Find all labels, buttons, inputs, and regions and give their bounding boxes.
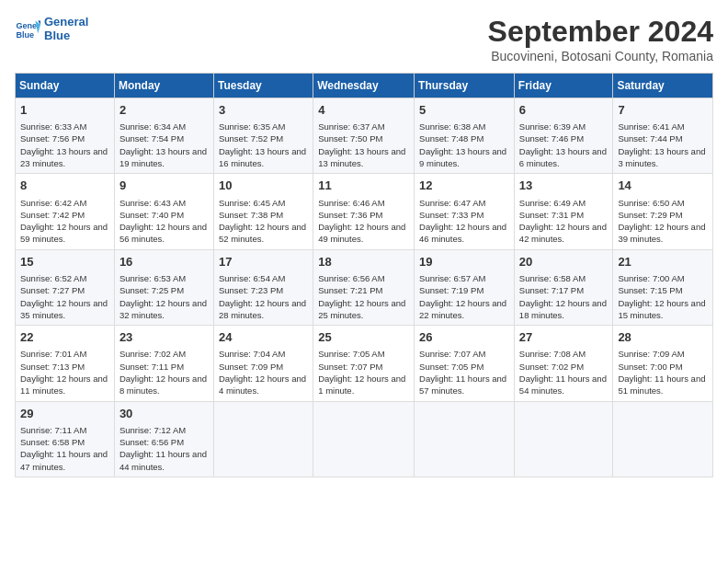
day-number: 28 [618, 329, 708, 346]
calendar-cell [415, 401, 515, 477]
day-number: 29 [20, 406, 109, 422]
calendar-header-row: SundayMondayTuesdayWednesdayThursdayFrid… [16, 74, 713, 98]
calendar-body: 1Sunrise: 6:33 AMSunset: 7:56 PMDaylight… [16, 98, 713, 477]
month-title: September 2024 [488, 15, 713, 49]
calendar-cell: 9Sunrise: 6:43 AMSunset: 7:40 PMDaylight… [114, 174, 213, 249]
day-number: 13 [519, 178, 609, 194]
calendar-cell: 13Sunrise: 6:49 AMSunset: 7:31 PMDayligh… [514, 174, 613, 249]
calendar-cell: 2Sunrise: 6:34 AMSunset: 7:54 PMDaylight… [114, 98, 213, 174]
calendar-cell [213, 401, 313, 477]
calendar-cell: 27Sunrise: 7:08 AMSunset: 7:02 PMDayligh… [514, 326, 613, 401]
calendar-table: SundayMondayTuesdayWednesdayThursdayFrid… [15, 73, 713, 477]
calendar-cell: 20Sunrise: 6:58 AMSunset: 7:17 PMDayligh… [514, 249, 613, 325]
day-info: Sunrise: 6:41 AMSunset: 7:44 PMDaylight:… [618, 121, 708, 169]
day-info: Sunrise: 7:04 AMSunset: 7:09 PMDaylight:… [219, 348, 308, 396]
day-number: 1 [20, 102, 109, 119]
col-header-friday: Friday [514, 74, 613, 98]
calendar-cell: 30Sunrise: 7:12 AMSunset: 6:56 PMDayligh… [114, 401, 213, 477]
calendar-week-1: 1Sunrise: 6:33 AMSunset: 7:56 PMDaylight… [16, 98, 713, 174]
day-info: Sunrise: 6:43 AMSunset: 7:40 PMDaylight:… [119, 197, 209, 246]
col-header-thursday: Thursday [415, 74, 515, 98]
calendar-cell [313, 401, 415, 477]
day-info: Sunrise: 6:47 AMSunset: 7:33 PMDaylight:… [419, 197, 509, 246]
day-info: Sunrise: 6:38 AMSunset: 7:48 PMDaylight:… [419, 121, 509, 169]
day-info: Sunrise: 6:49 AMSunset: 7:31 PMDaylight:… [519, 197, 609, 246]
logo-icon: General Blue [15, 16, 40, 41]
day-info: Sunrise: 6:56 AMSunset: 7:21 PMDaylight:… [318, 272, 409, 321]
day-info: Sunrise: 6:46 AMSunset: 7:36 PMDaylight:… [318, 197, 409, 246]
day-number: 27 [519, 329, 609, 346]
calendar-cell: 18Sunrise: 6:56 AMSunset: 7:21 PMDayligh… [313, 249, 415, 325]
calendar-cell: 21Sunrise: 7:00 AMSunset: 7:15 PMDayligh… [613, 249, 713, 325]
col-header-sunday: Sunday [16, 74, 115, 98]
day-number: 7 [618, 102, 708, 119]
day-info: Sunrise: 7:12 AMSunset: 6:56 PMDaylight:… [119, 424, 209, 473]
calendar-cell: 25Sunrise: 7:05 AMSunset: 7:07 PMDayligh… [313, 326, 415, 401]
col-header-wednesday: Wednesday [313, 74, 415, 98]
calendar-cell: 22Sunrise: 7:01 AMSunset: 7:13 PMDayligh… [16, 326, 115, 401]
day-info: Sunrise: 7:08 AMSunset: 7:02 PMDaylight:… [519, 348, 609, 396]
day-number: 15 [20, 254, 109, 270]
day-info: Sunrise: 6:58 AMSunset: 7:17 PMDaylight:… [519, 272, 609, 321]
day-info: Sunrise: 7:00 AMSunset: 7:15 PMDaylight:… [618, 272, 708, 321]
day-info: Sunrise: 6:45 AMSunset: 7:38 PMDaylight:… [219, 197, 308, 246]
day-number: 11 [318, 178, 409, 194]
day-number: 9 [119, 178, 209, 194]
day-number: 22 [20, 329, 109, 346]
day-number: 21 [618, 254, 708, 270]
day-number: 26 [419, 329, 509, 346]
day-number: 4 [318, 102, 409, 119]
day-number: 3 [219, 102, 308, 119]
logo: General Blue GeneralBlue [15, 15, 88, 42]
calendar-cell: 11Sunrise: 6:46 AMSunset: 7:36 PMDayligh… [313, 174, 415, 249]
title-block: September 2024 Bucovineni, Botosani Coun… [488, 15, 713, 63]
calendar-cell: 10Sunrise: 6:45 AMSunset: 7:38 PMDayligh… [213, 174, 313, 249]
calendar-cell: 16Sunrise: 6:53 AMSunset: 7:25 PMDayligh… [114, 249, 213, 325]
day-number: 24 [219, 329, 308, 346]
calendar-cell: 28Sunrise: 7:09 AMSunset: 7:00 PMDayligh… [613, 326, 713, 401]
calendar-cell: 29Sunrise: 7:11 AMSunset: 6:58 PMDayligh… [16, 401, 115, 477]
day-info: Sunrise: 7:02 AMSunset: 7:11 PMDaylight:… [119, 348, 209, 396]
day-info: Sunrise: 6:35 AMSunset: 7:52 PMDaylight:… [219, 121, 308, 169]
calendar-cell: 23Sunrise: 7:02 AMSunset: 7:11 PMDayligh… [114, 326, 213, 401]
col-header-monday: Monday [114, 74, 213, 98]
day-info: Sunrise: 7:07 AMSunset: 7:05 PMDaylight:… [419, 348, 509, 396]
day-info: Sunrise: 6:52 AMSunset: 7:27 PMDaylight:… [20, 272, 109, 321]
calendar-cell: 12Sunrise: 6:47 AMSunset: 7:33 PMDayligh… [415, 174, 515, 249]
day-info: Sunrise: 6:42 AMSunset: 7:42 PMDaylight:… [20, 197, 109, 246]
calendar-cell: 15Sunrise: 6:52 AMSunset: 7:27 PMDayligh… [16, 249, 115, 325]
day-number: 5 [419, 102, 509, 119]
day-info: Sunrise: 7:09 AMSunset: 7:00 PMDaylight:… [618, 348, 708, 396]
calendar-cell: 3Sunrise: 6:35 AMSunset: 7:52 PMDaylight… [213, 98, 313, 174]
calendar-cell: 4Sunrise: 6:37 AMSunset: 7:50 PMDaylight… [313, 98, 415, 174]
svg-text:Blue: Blue [16, 30, 34, 40]
calendar-week-4: 22Sunrise: 7:01 AMSunset: 7:13 PMDayligh… [16, 326, 713, 401]
day-info: Sunrise: 6:54 AMSunset: 7:23 PMDaylight:… [219, 272, 308, 321]
day-info: Sunrise: 7:01 AMSunset: 7:13 PMDaylight:… [20, 348, 109, 396]
logo-text: GeneralBlue [44, 15, 88, 42]
day-number: 23 [119, 329, 209, 346]
calendar-cell: 6Sunrise: 6:39 AMSunset: 7:46 PMDaylight… [514, 98, 613, 174]
col-header-tuesday: Tuesday [213, 74, 313, 98]
calendar-cell: 17Sunrise: 6:54 AMSunset: 7:23 PMDayligh… [213, 249, 313, 325]
day-number: 8 [20, 178, 109, 194]
day-number: 17 [219, 254, 308, 270]
day-info: Sunrise: 6:33 AMSunset: 7:56 PMDaylight:… [20, 121, 109, 169]
col-header-saturday: Saturday [613, 74, 713, 98]
calendar-cell: 26Sunrise: 7:07 AMSunset: 7:05 PMDayligh… [415, 326, 515, 401]
calendar-cell: 8Sunrise: 6:42 AMSunset: 7:42 PMDaylight… [16, 174, 115, 249]
calendar-cell: 5Sunrise: 6:38 AMSunset: 7:48 PMDaylight… [415, 98, 515, 174]
day-info: Sunrise: 6:57 AMSunset: 7:19 PMDaylight:… [419, 272, 509, 321]
day-number: 14 [618, 178, 708, 194]
day-number: 20 [519, 254, 609, 270]
day-info: Sunrise: 6:50 AMSunset: 7:29 PMDaylight:… [618, 197, 708, 246]
calendar-cell: 7Sunrise: 6:41 AMSunset: 7:44 PMDaylight… [613, 98, 713, 174]
day-number: 19 [419, 254, 509, 270]
day-number: 12 [419, 178, 509, 194]
calendar-week-5: 29Sunrise: 7:11 AMSunset: 6:58 PMDayligh… [16, 401, 713, 477]
day-info: Sunrise: 7:05 AMSunset: 7:07 PMDaylight:… [318, 348, 409, 396]
day-number: 10 [219, 178, 308, 194]
calendar-week-2: 8Sunrise: 6:42 AMSunset: 7:42 PMDaylight… [16, 174, 713, 249]
calendar-cell: 24Sunrise: 7:04 AMSunset: 7:09 PMDayligh… [213, 326, 313, 401]
calendar-week-3: 15Sunrise: 6:52 AMSunset: 7:27 PMDayligh… [16, 249, 713, 325]
